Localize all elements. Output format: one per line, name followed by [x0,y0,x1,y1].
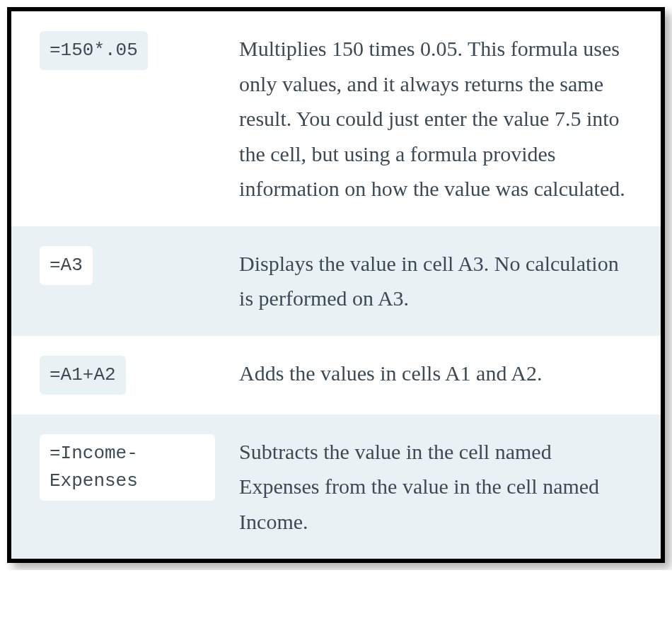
formula-cell: =Income-Expenses [11,414,232,559]
formula-cell: =A3 [11,226,232,336]
formula-code: =A1+A2 [40,356,126,395]
table-row: =A3 Displays the value in cell A3. No ca… [11,226,661,336]
formula-code: =150*.05 [40,31,148,70]
formula-cell: =150*.05 [11,11,232,226]
formula-cell: =A1+A2 [11,336,232,414]
table-row: =150*.05 Multiplies 150 times 0.05. This… [11,11,661,226]
table-row: =A1+A2 Adds the values in cells A1 and A… [11,336,661,414]
description-cell: Subtracts the value in the cell named Ex… [232,414,661,559]
formula-table: =150*.05 Multiplies 150 times 0.05. This… [11,11,661,559]
description-cell: Multiplies 150 times 0.05. This formula … [232,11,661,226]
table-row: =Income-Expenses Subtracts the value in … [11,414,661,559]
description-cell: Displays the value in cell A3. No calcul… [232,226,661,336]
formula-code: =A3 [40,246,93,285]
description-cell: Adds the values in cells A1 and A2. [232,336,661,414]
document-frame: =150*.05 Multiplies 150 times 0.05. This… [7,7,665,563]
formula-code: =Income-Expenses [40,434,215,501]
